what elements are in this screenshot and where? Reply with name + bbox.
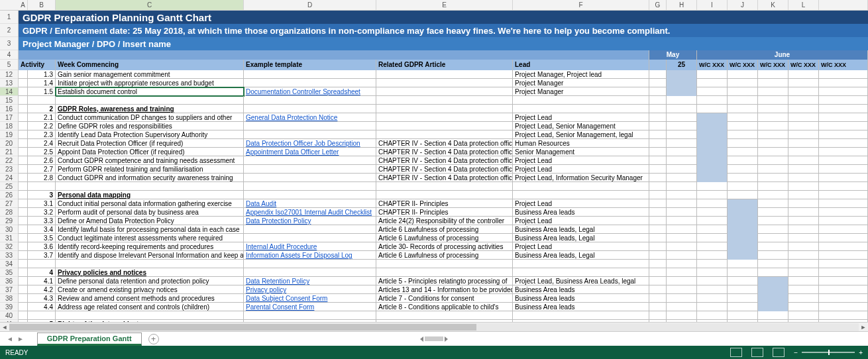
row-header-17[interactable]: 17 xyxy=(0,113,18,122)
table-row[interactable]: 1.4Initiate project with appropriate res… xyxy=(19,79,868,87)
row-header-41[interactable]: 41 xyxy=(0,320,18,322)
worksheet-grid[interactable]: ABCDEFGHIJKL 123451213141516171819202122… xyxy=(0,0,868,322)
zoom-thumb[interactable] xyxy=(828,350,830,355)
scroll-thumb[interactable] xyxy=(9,324,476,331)
row-header-38[interactable]: 38 xyxy=(0,294,18,303)
table-row[interactable]: 4.3Review and amend consent methods and … xyxy=(19,294,868,303)
table-row[interactable]: 3.4Identify lawful basis for processing … xyxy=(19,225,868,234)
scroll-left-arrow[interactable]: ◄ xyxy=(0,324,9,331)
col-header-E[interactable]: E xyxy=(376,0,513,10)
table-row[interactable] xyxy=(19,96,868,105)
row-header-18[interactable]: 18 xyxy=(0,122,18,130)
table-row[interactable]: 2.5Appoint Data Protection Officer (if r… xyxy=(19,148,868,156)
cells-area[interactable]: GDPR Preparation Planning Gantt ChartGDP… xyxy=(19,11,868,322)
row-header-19[interactable]: 19 xyxy=(0,130,18,139)
tab-scroll-right-icon[interactable] xyxy=(445,336,448,342)
row-header-15[interactable]: 15 xyxy=(0,96,18,105)
view-normal-button[interactable] xyxy=(730,348,742,357)
row-header-23[interactable]: 23 xyxy=(0,165,18,174)
table-row[interactable] xyxy=(19,311,868,320)
zoom-out-icon[interactable]: − xyxy=(794,349,798,356)
row-header-22[interactable]: 22 xyxy=(0,156,18,165)
row-header-32[interactable]: 32 xyxy=(0,242,18,251)
table-row[interactable]: 4.4Address age related consent and contr… xyxy=(19,303,868,311)
table-row[interactable]: 2.2Define GDPR roles and responsibilitie… xyxy=(19,122,868,130)
row-header-33[interactable]: 33 xyxy=(0,251,18,260)
table-row[interactable]: 3.5Conduct legitimate interest assessmen… xyxy=(19,234,868,242)
row-header-31[interactable]: 31 xyxy=(0,234,18,242)
row-header-36[interactable]: 36 xyxy=(0,277,18,285)
table-row[interactable]: 3.6Identify record-keeping requirements … xyxy=(19,242,868,251)
scroll-track[interactable] xyxy=(9,323,859,331)
row-header-4[interactable]: 4 xyxy=(0,50,18,60)
table-row[interactable]: 3.2Perform audit of personal data by bus… xyxy=(19,208,868,217)
col-header-L[interactable]: L xyxy=(788,0,819,10)
col-header-J[interactable]: J xyxy=(728,0,758,10)
col-header-D[interactable]: D xyxy=(244,0,376,10)
sheet-prev-icon[interactable]: ◄ xyxy=(7,335,13,342)
zoom-control[interactable]: − + xyxy=(794,349,863,356)
row-header-16[interactable]: 16 xyxy=(0,105,18,113)
row-header-3[interactable]: 3 xyxy=(0,37,18,50)
col-header-F[interactable]: F xyxy=(513,0,649,10)
tab-scroll-bar[interactable] xyxy=(425,336,443,341)
table-row[interactable]: 2.1Conduct communication DP changes to s… xyxy=(19,113,868,122)
row-header-29[interactable]: 29 xyxy=(0,217,18,225)
row-header-1[interactable]: 1 xyxy=(0,11,18,24)
table-row[interactable]: 4.1Define personal data retention and pr… xyxy=(19,277,868,285)
row-header-30[interactable]: 30 xyxy=(0,225,18,234)
table-row[interactable]: 3.7Identify and dispose Irrelevant Perso… xyxy=(19,251,868,260)
row-header-35[interactable]: 35 xyxy=(0,268,18,277)
view-pagebreak-button[interactable] xyxy=(773,348,785,357)
sheet-tab-active[interactable]: GDPR Preparation Gantt xyxy=(37,333,142,346)
table-row[interactable]: 4Privacy policies and notices xyxy=(19,268,868,277)
row-header-26[interactable]: 26 xyxy=(0,191,18,199)
table-row[interactable]: 1.3Gain senior management commitmentProj… xyxy=(19,70,868,79)
row-header-40[interactable]: 40 xyxy=(0,311,18,320)
column-headers[interactable]: ABCDEFGHIJKL xyxy=(0,0,868,11)
col-header-C[interactable]: C xyxy=(56,0,244,10)
row-header-37[interactable]: 37 xyxy=(0,285,18,294)
col-header-A[interactable]: A xyxy=(19,0,28,10)
table-row[interactable]: 2GDPR Roles, awareness and training xyxy=(19,105,868,113)
row-header-20[interactable]: 20 xyxy=(0,139,18,148)
row-header-27[interactable]: 27 xyxy=(0,199,18,208)
horizontal-scrollbar[interactable]: ◄ ► xyxy=(0,322,868,331)
sheet-nav-arrows[interactable]: ◄ ► xyxy=(7,335,24,342)
table-row[interactable]: 5Rights of the data subject xyxy=(19,320,868,322)
row-header-14[interactable]: 14 xyxy=(0,87,18,96)
row-header-34[interactable]: 34 xyxy=(0,260,18,268)
row-header-28[interactable]: 28 xyxy=(0,208,18,217)
row-headers[interactable]: 1234512131415161718192021222324252627282… xyxy=(0,11,19,322)
table-row[interactable]: 2.6Conduct GDPR competence and training … xyxy=(19,156,868,165)
col-header-H[interactable]: H xyxy=(667,0,697,10)
add-sheet-button[interactable]: + xyxy=(148,334,159,344)
table-row[interactable]: 3.1Conduct initial personal data informa… xyxy=(19,199,868,208)
table-row[interactable]: 2.8Conduct GDPR and information security… xyxy=(19,174,868,182)
table-row[interactable]: 2.3Identify Lead Data Protection Supervi… xyxy=(19,130,868,139)
tab-scroll[interactable] xyxy=(420,336,448,342)
row-header-5[interactable]: 5 xyxy=(0,60,18,70)
col-header-K[interactable]: K xyxy=(758,0,788,10)
scroll-right-arrow[interactable]: ► xyxy=(859,324,868,331)
sheet-next-icon[interactable]: ► xyxy=(17,335,24,342)
table-row[interactable]: 1.5Establish document controlDocumentati… xyxy=(19,87,868,96)
row-header-25[interactable]: 25 xyxy=(0,182,18,191)
table-row[interactable] xyxy=(19,182,868,191)
row-header-21[interactable]: 21 xyxy=(0,148,18,156)
zoom-track[interactable] xyxy=(802,352,855,353)
table-row[interactable]: 4.2Create or amend existing privacy noti… xyxy=(19,285,868,294)
col-header-I[interactable]: I xyxy=(697,0,728,10)
row-header-13[interactable]: 13 xyxy=(0,79,18,87)
row-header-24[interactable]: 24 xyxy=(0,174,18,182)
table-row[interactable] xyxy=(19,260,868,268)
tab-scroll-left-icon[interactable] xyxy=(420,336,423,342)
view-pagelayout-button[interactable] xyxy=(751,348,763,357)
row-header-39[interactable]: 39 xyxy=(0,303,18,311)
table-row[interactable]: 3Personal data mapping xyxy=(19,191,868,199)
table-row[interactable]: 2.7Perform GDPR related training and fam… xyxy=(19,165,868,174)
table-row[interactable]: 2.4Recruit Data Protection Officer (if r… xyxy=(19,139,868,148)
table-row[interactable]: 3.3Define or Amend Data Protection Polic… xyxy=(19,217,868,225)
zoom-in-icon[interactable]: + xyxy=(859,349,863,356)
row-header-2[interactable]: 2 xyxy=(0,24,18,37)
